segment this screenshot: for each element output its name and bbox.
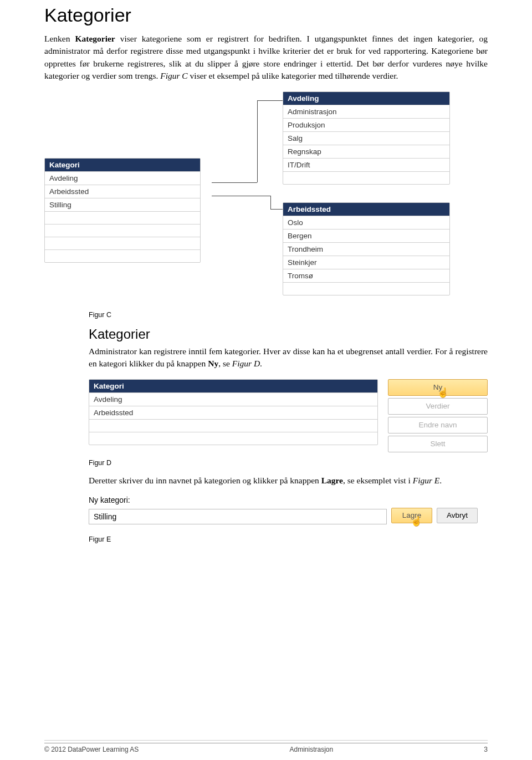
- parae-text-2: , se eksemplet vist i: [343, 476, 413, 485]
- avbryt-button[interactable]: Avbryt: [437, 508, 478, 523]
- page-footer: © 2012 DataPower Learning AS Administras…: [0, 740, 532, 753]
- lagre-bold: Lagre: [321, 476, 343, 485]
- table-empty-row: [45, 224, 200, 237]
- table-empty-row: [45, 237, 200, 249]
- kategori-header-d: Kategori: [89, 380, 377, 392]
- page-title: Kategorier: [44, 4, 488, 26]
- connector-line: [257, 100, 258, 182]
- table-empty-row: [45, 211, 200, 224]
- connector-line: [212, 182, 257, 183]
- table-empty-row: [45, 249, 200, 262]
- ny-kategori-label: Ny kategori:: [89, 496, 488, 504]
- section2-paragraph: Administrator kan registrere inntil fem …: [89, 345, 488, 370]
- endre-navn-button[interactable]: Endre navn: [388, 417, 488, 433]
- table-empty-row: [283, 282, 449, 295]
- avdeling-table: Avdeling Administrasjon Produksjon Salg …: [283, 91, 450, 185]
- table-row: Oslo: [283, 216, 449, 229]
- table-row: Bergen: [283, 229, 449, 242]
- footer-section: Administrasjon: [289, 746, 333, 753]
- connector-line: [257, 100, 283, 101]
- ny-bold: Ny: [208, 359, 218, 368]
- table-row: Steinkjer: [283, 256, 449, 269]
- lagre-button[interactable]: Lagre: [391, 508, 432, 523]
- connector-line: [270, 209, 283, 210]
- table-row: Tromsø: [283, 269, 449, 282]
- section2-text-1: Administrator kan registrere inntil fem …: [89, 346, 488, 368]
- figure-e-caption: Figur E: [89, 535, 488, 543]
- avdeling-header: Avdeling: [283, 92, 449, 105]
- kategorier-bold: Kategorier: [75, 34, 115, 43]
- slett-button[interactable]: Slett: [388, 436, 488, 452]
- table-row: Salg: [283, 131, 449, 145]
- footer-copyright: © 2012 DataPower Learning AS: [44, 746, 139, 753]
- section2-text-3: .: [260, 359, 262, 368]
- fig-c-ref: Figur C: [160, 71, 188, 80]
- table-empty-row: [89, 419, 377, 432]
- section-e-paragraph: Deretter skriver du inn navnet på katego…: [89, 475, 488, 487]
- verdier-button[interactable]: Verdier: [388, 398, 488, 415]
- button-column: Ny ☝ Verdier Endre navn Slett: [388, 379, 488, 455]
- fig-e-ref: Figur E: [413, 476, 440, 485]
- table-row: Administrasjon: [283, 105, 449, 118]
- figure-d-caption: Figur D: [89, 459, 488, 467]
- kategori-table-d: Kategori Avdeling Arbeidssted: [89, 379, 378, 445]
- table-row: Trondheim: [283, 242, 449, 256]
- section2-text-2: , se: [218, 359, 232, 368]
- figure-e: Ny kategori: Lagre ☝ Avbryt: [89, 496, 488, 526]
- arbeidssted-header: Arbeidssted: [283, 203, 449, 216]
- kategori-table: Kategori Avdeling Arbeidssted Stilling: [44, 158, 201, 263]
- table-row: Arbeidssted: [45, 185, 200, 198]
- ny-kategori-input[interactable]: [89, 509, 387, 524]
- table-row: IT/Drift: [283, 158, 449, 171]
- figure-c: Kategori Avdeling Arbeidssted Stilling A…: [39, 91, 471, 308]
- intro-paragraph: Lenken Kategorier viser kategoriene som …: [44, 33, 488, 83]
- connector-line: [212, 196, 270, 196]
- figure-d: Kategori Avdeling Arbeidssted Ny ☝ Verdi…: [89, 379, 488, 456]
- table-row: Stilling: [45, 198, 200, 211]
- arbeidssted-table: Arbeidssted Oslo Bergen Trondheim Steink…: [283, 202, 450, 295]
- table-row: Arbeidssted: [89, 406, 377, 419]
- figure-c-caption: Figur C: [89, 311, 488, 319]
- table-row: Produksjon: [283, 118, 449, 131]
- parae-text-3: .: [439, 476, 442, 485]
- fig-d-ref: Figur D: [232, 359, 260, 368]
- parae-text-1: Deretter skriver du inn navnet på katego…: [89, 476, 321, 485]
- intro-text-1: Lenken: [44, 34, 75, 43]
- table-row: Avdeling: [45, 171, 200, 185]
- table-empty-row: [89, 432, 377, 445]
- kategorier-heading: Kategorier: [89, 327, 488, 342]
- ny-button[interactable]: Ny: [388, 379, 488, 396]
- intro-text-3: viser et eksempel på ulike kategorier me…: [188, 71, 398, 80]
- table-empty-row: [283, 171, 449, 184]
- table-row: Regnskap: [283, 145, 449, 158]
- connector-line: [270, 196, 271, 209]
- kategori-header: Kategori: [45, 159, 200, 171]
- table-row: Avdeling: [89, 392, 377, 406]
- footer-page-number: 3: [484, 746, 488, 753]
